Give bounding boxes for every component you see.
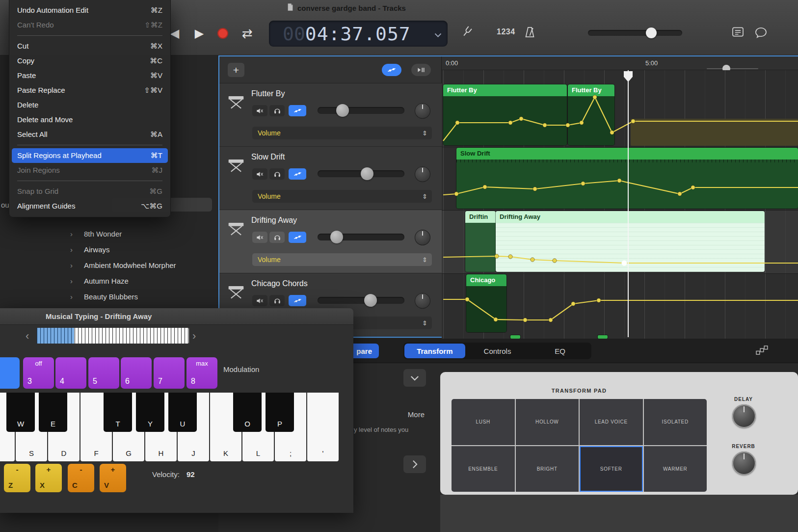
region-driftin[interactable]: Driftin: [465, 211, 496, 272]
modulation-key-6[interactable]: 6: [121, 357, 152, 389]
black-key-P[interactable]: P: [266, 393, 294, 432]
white-key-'[interactable]: ': [307, 393, 339, 461]
track-volume-knob[interactable]: [364, 294, 377, 307]
transform-pad-softer[interactable]: SOFTER: [580, 446, 643, 492]
automation-toggle-button[interactable]: [382, 64, 401, 76]
menu-item-split-regions-at-playhead[interactable]: Split Regions at Playhead⌘T: [12, 148, 168, 163]
track-automation-button[interactable]: [289, 105, 306, 116]
track-automation-button[interactable]: [289, 168, 306, 180]
transform-pad-lead-voice[interactable]: LEAD VOICE: [580, 399, 643, 445]
track-volume-knob[interactable]: [330, 231, 343, 243]
track-volume-knob[interactable]: [361, 167, 373, 180]
black-key-U[interactable]: U: [168, 393, 197, 432]
black-key-Y[interactable]: Y: [136, 393, 164, 432]
region-fragment[interactable]: [631, 119, 798, 146]
black-key-W[interactable]: W: [6, 393, 35, 432]
automation-param-dropdown[interactable]: Volume⇕: [252, 253, 432, 266]
notepad-icon[interactable]: [732, 27, 744, 39]
modulation-key-7[interactable]: 7: [154, 357, 185, 389]
track-automation-button[interactable]: [289, 295, 306, 306]
keyboard-overview-active-range[interactable]: [37, 328, 74, 344]
modulation-key-5[interactable]: 5: [88, 357, 119, 389]
automation-param-dropdown[interactable]: Volume⇕: [252, 127, 432, 139]
timeline-ruler[interactable]: 0:00 5:00: [442, 56, 798, 70]
track-header-slow-drift[interactable]: Slow DriftVolume⇕: [219, 147, 442, 210]
region-fragment[interactable]: [598, 335, 608, 339]
track-automation-button[interactable]: [289, 232, 306, 243]
menu-item-paste-replace[interactable]: Paste Replace⇧⌘V: [12, 83, 168, 98]
library-item[interactable]: ›Beauty Blubbers: [0, 289, 218, 304]
pan-knob[interactable]: [415, 166, 430, 182]
solo-headphones-button[interactable]: [269, 105, 285, 116]
octave-key-X[interactable]: +X: [35, 464, 62, 492]
menu-item-select-all[interactable]: Select All⌘A: [12, 127, 168, 142]
library-item[interactable]: ›8th Wonder: [0, 226, 218, 241]
mute-button[interactable]: [252, 295, 267, 306]
tuning-fork-icon[interactable]: [462, 26, 472, 40]
track-header-drifting-away[interactable]: Drifting AwayVolume⇕: [219, 210, 442, 273]
velocity-key-C[interactable]: -C: [68, 464, 94, 492]
menu-item-can-t-redo[interactable]: Can't Redo⇧⌘Z: [12, 18, 168, 32]
region-drifting-away[interactable]: Drifting Away: [496, 211, 765, 272]
automation-param-dropdown[interactable]: Volume⇕: [252, 190, 432, 203]
menu-item-cut[interactable]: Cut⌘X: [12, 39, 168, 53]
library-item[interactable]: ›Ambient Modwheel Morpher: [0, 257, 218, 273]
count-in-button[interactable]: 1234: [497, 27, 515, 36]
mute-button[interactable]: [252, 105, 267, 116]
region-chicago[interactable]: Chicago: [466, 274, 506, 332]
octave-key-Z[interactable]: -Z: [4, 464, 30, 492]
black-key-E[interactable]: E: [39, 393, 67, 432]
menu-item-delete-and-move[interactable]: Delete and Move: [12, 112, 168, 127]
more-label[interactable]: More: [385, 410, 425, 419]
zoom-slider[interactable]: [707, 68, 758, 69]
track-volume-slider[interactable]: [318, 170, 404, 177]
catch-playhead-button[interactable]: [411, 64, 431, 76]
octave-left-arrow[interactable]: ‹: [26, 330, 29, 343]
chat-bubble-icon[interactable]: [755, 27, 767, 40]
track-volume-knob[interactable]: [336, 104, 349, 117]
library-item[interactable]: ›Airways: [0, 241, 218, 257]
musical-typing-titlebar[interactable]: Musical Typing - Drifting Away: [0, 308, 353, 325]
solo-headphones-button[interactable]: [269, 168, 285, 180]
menu-item-undo-automation-edit[interactable]: Undo Automation Edit⌘Z: [12, 3, 168, 18]
pitch-bend-key[interactable]: [0, 357, 20, 389]
expand-button[interactable]: [403, 455, 426, 473]
solo-headphones-button[interactable]: [269, 232, 285, 243]
tab-controls[interactable]: Controls: [467, 344, 528, 358]
transform-pad-lush[interactable]: LUSH: [452, 399, 515, 445]
track-volume-slider[interactable]: [318, 297, 404, 304]
record-button[interactable]: [214, 25, 232, 42]
tab-transform[interactable]: Transform: [404, 344, 465, 358]
black-key-O[interactable]: O: [233, 393, 262, 432]
track-header-flutter-by[interactable]: Flutter ByVolume⇕: [219, 83, 442, 147]
pan-knob[interactable]: [415, 103, 430, 119]
lcd-display[interactable]: 00 04:37.057: [269, 21, 448, 47]
transform-pad-ensemble[interactable]: ENSEMBLE: [452, 446, 515, 492]
transform-pad-isolated[interactable]: ISOLATED: [644, 399, 707, 445]
transform-pad-warmer[interactable]: WARMER: [644, 446, 707, 492]
menu-item-paste[interactable]: Paste⌘V: [12, 68, 168, 83]
library-item[interactable]: ›Autumn Haze: [0, 273, 218, 289]
menu-item-join-regions[interactable]: Join Regions⌘J: [12, 163, 168, 178]
lcd-dropdown-chevron-icon[interactable]: [434, 30, 442, 39]
metronome-icon[interactable]: [524, 27, 535, 40]
solo-headphones-button[interactable]: [269, 295, 285, 306]
tab-eq[interactable]: EQ: [530, 344, 590, 358]
region-flutter-by[interactable]: Flutter By: [443, 84, 567, 145]
region-flutter-by[interactable]: Flutter By: [568, 84, 614, 145]
play-button[interactable]: ▶: [190, 25, 208, 42]
keyboard-overview[interactable]: [37, 328, 189, 344]
menu-item-alignment-guides[interactable]: Alignment Guides⌥⌘G: [12, 199, 168, 213]
modulation-key-4[interactable]: 4: [55, 357, 86, 389]
pan-knob[interactable]: [415, 293, 430, 309]
octave-right-arrow[interactable]: ›: [192, 330, 196, 343]
cycle-button[interactable]: ⇄: [239, 25, 256, 42]
transform-pad-hollow[interactable]: HOLLOW: [516, 399, 579, 445]
patch-icon[interactable]: [756, 346, 768, 357]
pan-knob[interactable]: [415, 230, 430, 245]
region-fragment[interactable]: [510, 335, 520, 339]
menu-item-delete[interactable]: Delete: [12, 98, 168, 112]
transform-pad-bright[interactable]: BRIGHT: [516, 446, 579, 492]
add-track-button[interactable]: +: [228, 63, 244, 77]
mute-button[interactable]: [252, 232, 267, 243]
